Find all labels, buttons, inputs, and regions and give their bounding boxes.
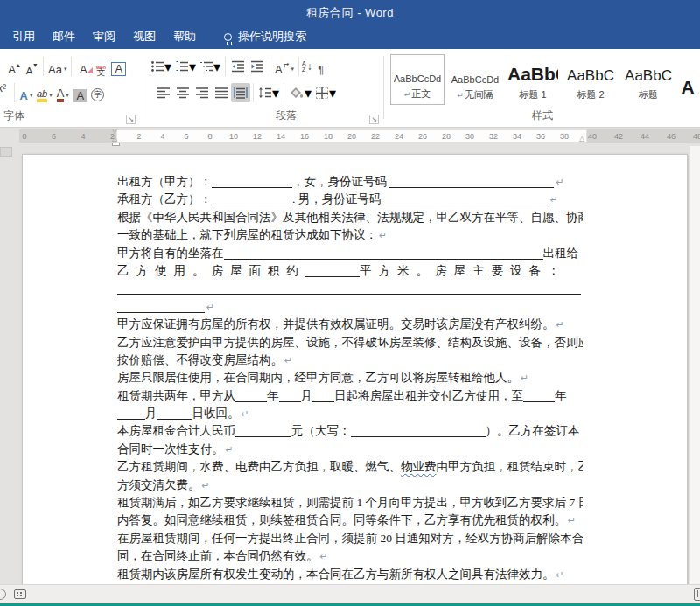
blank-underline (117, 408, 145, 420)
show-hide-marks-button[interactable]: ¶ (312, 57, 330, 76)
grow-font-button[interactable]: A ▴ (5, 57, 23, 76)
paragraph-group-row1: ▾ ▾ ▾ (149, 56, 330, 77)
document-text: 由甲方负担，租赁结束时，乙 (437, 460, 584, 473)
document-line[interactable]: 方须交清欠费。↵ (117, 477, 583, 494)
clear-formatting-button[interactable]: A (74, 57, 92, 76)
tab-引用[interactable]: 引用 (12, 29, 35, 45)
dropdown-icon: ▾ (64, 66, 67, 73)
page[interactable]: 出租方（甲方）：，女，身份证号码 ↵承租方（乙方）：. 男，身份证号码 ↵根据《… (22, 154, 688, 584)
justify-button[interactable] (212, 83, 231, 102)
tab-审阅[interactable]: 审阅 (93, 29, 116, 45)
ruler[interactable]: 8642246810121416182022242628303234363840… (0, 128, 700, 146)
clear-formatting-icon: A (80, 63, 88, 76)
sort-button[interactable]: A Z ↓ (302, 57, 312, 76)
document-line[interactable]: 甲方应保证拥有房屋的所有权，并提供有效权属证明。交易时该房屋没有产权纠纷。↵ (117, 316, 583, 333)
style-card-正文[interactable]: AaBbCcDd↵正文 (390, 54, 444, 105)
tab-视图[interactable]: 视图 (133, 29, 156, 45)
ruler-corner-box (0, 147, 12, 157)
document-line[interactable]: 甲方将自有的坐落在出租给 (117, 245, 583, 262)
document-line[interactable]: 内答复。如同意继续租赁，则续签租赁合同。同等条件下，乙方享有优先租赁的权利。↵ (117, 512, 583, 529)
font-color-button[interactable]: A ▾ (54, 83, 72, 102)
document-line[interactable]: 乙方租赁期间，水费、电费由乙方负担，取暖、燃气、物业费由甲方负担，租赁结束时，乙 (117, 458, 583, 476)
asian-layout-button[interactable]: A ⇄ ▾ (273, 57, 296, 76)
dropdown-icon: ▾ (329, 85, 336, 101)
style-card-partial[interactable]: A (679, 54, 696, 105)
document-line[interactable]: 本房屋租金合计人民币元（大写：）。乙方在签订本 (117, 422, 583, 440)
ruler-number: 42 (614, 132, 623, 141)
style-card-无间隔[interactable]: AaBbCcDd↵无间隔 (448, 54, 502, 105)
document-line[interactable]: 乙方使用。房屋面积约平方米。房屋主要设备： (117, 262, 583, 280)
align-right-button[interactable] (192, 83, 212, 102)
multilevel-list-button[interactable]: ▾ (198, 57, 222, 76)
style-card-标题 1[interactable]: AaBbC标题 1 (506, 54, 560, 105)
font-group-row2: x² A ▾ ab ▾ A ▾ A 字 (5, 82, 107, 103)
separator (253, 83, 254, 102)
document-line[interactable]: 按价赔偿、不得改变房屋结构。↵ (117, 352, 583, 369)
right-indent-marker[interactable]: △ (579, 136, 584, 143)
document-line[interactable]: 一致的基础上，就下列房屋的租赁达成如下协议：↵ (117, 226, 583, 244)
pilcrow-mark: ↵ (320, 551, 328, 561)
font-dialog-launcher[interactable]: ↘ (126, 115, 136, 124)
document-line[interactable]: 在房屋租赁期间，任何一方提出终止合同，须提前 20 日通知对方，经双方协商后解除… (117, 530, 583, 547)
vertical-scrollbar[interactable] (689, 146, 700, 584)
touch-keyboard-icon[interactable] (14, 589, 26, 599)
distributed-button[interactable] (231, 83, 250, 102)
style-card-标题[interactable]: AaBbC标题 (621, 54, 676, 105)
pilcrow-mark: ↵ (556, 177, 564, 187)
tab-帮助[interactable]: 帮助 (173, 29, 196, 45)
document-line[interactable]: 租赁期满后，如乙方要求继续租赁，则需提前 1 个月向甲方提出，甲方收到乙方要求后… (117, 494, 583, 512)
shrink-font-button[interactable]: A ▾ (23, 57, 40, 76)
document-line[interactable]: 租赁期共两年，甲方从年月日起将房屋出租并交付乙方使用，至年 (117, 387, 583, 405)
dropdown-icon: ▾ (304, 85, 312, 101)
document-line[interactable]: 房屋只限居住使用，在合同期内，经甲方同意，乙方可以将房屋转租给他人。↵ (117, 369, 583, 387)
enclose-characters-button[interactable]: 字 (89, 83, 107, 102)
document-line[interactable]: ↵ (117, 298, 583, 316)
character-border-button[interactable]: A (109, 57, 128, 76)
document-line[interactable]: 承租方（乙方）：. 男，身份证号码 ↵ (117, 191, 583, 208)
separator (298, 57, 299, 76)
document-line[interactable]: 出租方（甲方）：，女，身份证号码 ↵ (117, 173, 583, 191)
decrease-indent-icon (231, 60, 245, 73)
style-sample: A (681, 77, 694, 98)
borders-button[interactable]: ▾ (313, 83, 338, 102)
numbering-button[interactable]: ▾ (173, 57, 198, 76)
text-highlight-button[interactable]: ab ▾ (35, 83, 54, 102)
line-spacing-button[interactable]: ▾ (256, 83, 281, 102)
increase-indent-button[interactable] (248, 57, 267, 76)
tab-邮件[interactable]: 邮件 (52, 29, 75, 45)
phonetic-guide-icon: wén 文 (96, 65, 106, 75)
style-name: ↵正文 (404, 87, 431, 101)
document-line[interactable]: 乙方应注意爱护由甲方提供的房屋、设施，不得破坏房屋装修、结构及设施、设备，否则应 (117, 334, 583, 352)
style-card-标题 2[interactable]: AaBbC标题 2 (564, 54, 618, 105)
document-line[interactable]: 租赁期内该房屋所有权发生变动的，本合同在乙方与新所有权人之间具有法律效力。↵ (117, 566, 583, 583)
document-line[interactable]: 月日收回。↵ (117, 405, 583, 422)
document-line[interactable]: 根据《中华人民共和国合同法》及其他相关法律、法规规定，甲乙双方在平等、自愿、协商 (117, 209, 583, 226)
document-text: 甲方将自有的坐落在 (117, 247, 224, 260)
document-text: 按价赔偿、不得改变房屋结构。 (117, 353, 283, 366)
bullets-button[interactable]: ▾ (149, 57, 173, 76)
taskbar-icon-cut-right[interactable] (694, 588, 700, 601)
first-line-indent-marker[interactable]: ▽ (112, 128, 117, 135)
document-text: 月 (145, 407, 158, 420)
document-line[interactable]: 合同时一次性支付。↵ (117, 441, 583, 458)
document-line[interactable]: 同，在合同终止前，本合同仍然有效。↵ (117, 547, 583, 565)
document-text: 年 (555, 389, 567, 402)
document-text: 同，在合同终止前，本合同仍然有效。 (117, 549, 318, 562)
styles-gallery: AaBbCcDd↵正文AaBbCcDd↵无间隔AaBbC标题 1AaBbC标题 … (390, 54, 696, 105)
document-line[interactable] (117, 280, 583, 297)
ruler-number: 2 (136, 132, 141, 141)
phonetic-guide-button[interactable]: wén 文 (92, 57, 109, 76)
paragraph-dialog-launcher[interactable]: ↘ (369, 115, 379, 124)
style-sample: AaBbCcDd (452, 74, 499, 85)
shading-button[interactable]: ▾ (287, 83, 313, 102)
character-shading-button[interactable]: A (72, 83, 89, 102)
decrease-indent-button[interactable] (228, 57, 248, 76)
change-case-button[interactable]: Aa ▾ (46, 57, 68, 76)
tell-me-control[interactable]: 操作说明搜索 (224, 29, 306, 45)
align-left-button[interactable] (154, 83, 173, 102)
align-center-button[interactable] (173, 83, 192, 102)
hanging-indent-marker[interactable]: △ (112, 136, 117, 143)
text-effects-button[interactable]: A ▾ (18, 83, 35, 102)
superscript-button[interactable]: x² (0, 82, 6, 94)
taskbar-icon-cut-left[interactable] (0, 589, 6, 600)
